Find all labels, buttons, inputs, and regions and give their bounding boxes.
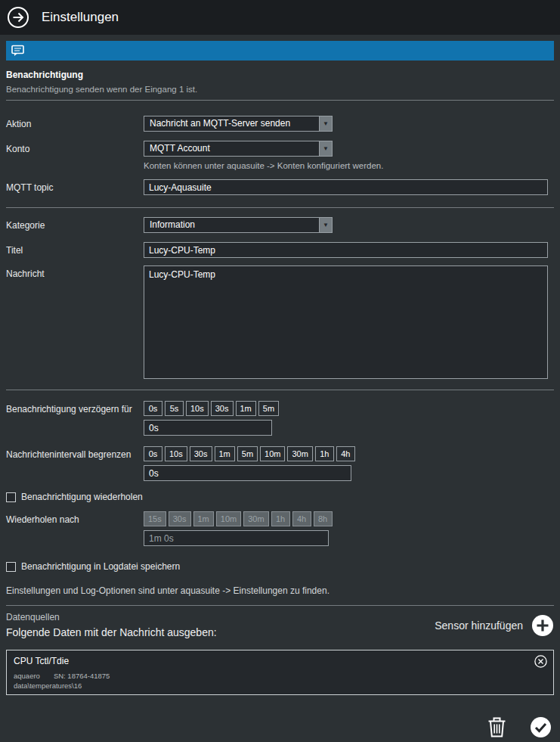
- delay-label: Benachrichtigung verzögern für: [6, 401, 144, 414]
- bottom-actions: [487, 716, 552, 738]
- repeat-option-button: 1m: [193, 511, 214, 526]
- datasource-path: data\temperatures\16: [14, 681, 546, 690]
- datasources-header: Datenquellen Folgende Daten mit der Nach…: [6, 612, 554, 638]
- kategorie-selected-value: Information: [144, 217, 319, 233]
- page-title: Einstellungen: [42, 10, 119, 25]
- mqtt-topic-input[interactable]: [144, 179, 548, 195]
- delay-value-input[interactable]: [144, 420, 272, 436]
- forward-arrow-icon[interactable]: [7, 6, 29, 29]
- log-checkbox-row: Benachrichtigung in Logdatei speichern: [6, 561, 554, 572]
- interval-row: Nachrichtenintervall begrenzen 0s 10s 30…: [6, 446, 554, 461]
- delay-option-button[interactable]: 5s: [165, 401, 184, 416]
- interval-option-button[interactable]: 30s: [190, 446, 212, 461]
- titel-input[interactable]: [144, 242, 548, 258]
- tab-notification[interactable]: [6, 41, 554, 61]
- delay-row: Benachrichtigung verzögern für 0s 5s 10s…: [6, 401, 554, 416]
- section-title: Benachrichtigung: [6, 70, 554, 80]
- kategorie-row: Kategorie Information ▼: [6, 217, 554, 233]
- repeat-after-row: Wiederholen nach 15s 30s 1m 10m 30m 1h 4…: [6, 511, 554, 526]
- delay-options: 0s 5s 10s 30s 1m 5m: [144, 401, 279, 416]
- datasources-title: Datenquellen: [6, 612, 217, 622]
- mqtt-topic-row: MQTT topic: [6, 179, 554, 195]
- chevron-down-icon[interactable]: ▼: [319, 217, 333, 233]
- section-subtitle: Benachrichtigung senden wenn der Eingang…: [6, 85, 554, 94]
- repeat-value-input: [144, 530, 329, 546]
- interval-label: Nachrichtenintervall begrenzen: [6, 446, 144, 460]
- nachricht-label: Nachricht: [6, 265, 144, 279]
- circled-x-icon: [534, 655, 547, 668]
- repeat-option-button: 30m: [243, 511, 268, 526]
- plus-icon[interactable]: [531, 614, 554, 637]
- aktion-selected-value: Nachricht an MQTT-Server senden: [144, 116, 319, 132]
- interval-option-button[interactable]: 30m: [287, 446, 312, 461]
- kategorie-select[interactable]: Information ▼: [144, 217, 333, 233]
- konto-label: Konto: [6, 141, 144, 154]
- repeat-checkbox-row: Benachrichtigung wiederholen: [6, 492, 554, 502]
- chevron-down-icon[interactable]: ▼: [319, 116, 333, 132]
- repeat-option-button: 10m: [216, 511, 241, 526]
- chevron-down-icon[interactable]: ▼: [319, 141, 333, 157]
- aktion-label: Aktion: [6, 116, 144, 129]
- log-checkbox-label: Benachrichtigung in Logdatei speichern: [21, 561, 180, 572]
- konto-hint: Konten können unter aquasuite -> Konten …: [144, 161, 554, 170]
- interval-option-button[interactable]: 5m: [237, 446, 258, 461]
- titlebar: Einstellungen: [0, 0, 560, 35]
- datasource-name: CPU Tctl/Tdie: [14, 656, 546, 666]
- interval-option-button[interactable]: 4h: [336, 446, 355, 461]
- repeat-option-button: 30s: [169, 511, 191, 526]
- confirm-button[interactable]: [530, 716, 552, 738]
- datasource-meta: aquaeroSN: 18764-41875: [14, 672, 546, 680]
- interval-option-button[interactable]: 1h: [315, 446, 334, 461]
- konto-selected-value: MQTT Account: [144, 141, 319, 157]
- divider: [6, 390, 554, 390]
- interval-option-button[interactable]: 0s: [144, 446, 162, 461]
- delay-option-button[interactable]: 5m: [258, 401, 279, 416]
- delay-option-button[interactable]: 30s: [211, 401, 234, 416]
- repeat-options: 15s 30s 1m 10m 30m 1h 4h 8h: [144, 511, 333, 526]
- kategorie-label: Kategorie: [6, 217, 144, 231]
- divider: [6, 207, 554, 208]
- repeat-option-button: 8h: [314, 511, 333, 526]
- repeat-after-label: Wiederholen nach: [6, 511, 144, 525]
- interval-option-button[interactable]: 1m: [215, 446, 235, 461]
- message-icon: [11, 45, 24, 57]
- interval-options: 0s 10s 30s 1m 5m 10m 30m 1h 4h: [144, 446, 355, 461]
- delay-option-button[interactable]: 1m: [236, 401, 256, 416]
- datasource-device: aquaero: [14, 672, 40, 680]
- divider: [6, 605, 554, 606]
- check-circle-icon: [530, 716, 552, 738]
- divider: [6, 100, 554, 101]
- datasource-serial: SN: 18764-41875: [54, 672, 110, 680]
- titel-row: Titel: [6, 242, 554, 258]
- aktion-row: Aktion Nachricht an MQTT-Server senden ▼: [6, 116, 554, 132]
- titel-label: Titel: [6, 242, 144, 256]
- interval-option-button[interactable]: 10s: [165, 446, 187, 461]
- add-sensor-button[interactable]: Sensor hinzufügen: [435, 614, 554, 638]
- konto-row: Konto MQTT Account ▼: [6, 141, 554, 157]
- interval-option-button[interactable]: 10m: [260, 446, 285, 461]
- aktion-select[interactable]: Nachricht an MQTT-Server senden ▼: [144, 116, 333, 132]
- repeat-checkbox-label: Benachrichtigung wiederholen: [21, 492, 143, 502]
- nachricht-row: Nachricht Lucy-CPU-Temp: [6, 265, 554, 379]
- repeat-option-button: 1h: [271, 511, 290, 526]
- datasource-item: CPU Tctl/Tdie aquaeroSN: 18764-41875 dat…: [6, 650, 554, 695]
- repeat-option-button: 4h: [292, 511, 311, 526]
- repeat-checkbox[interactable]: [6, 492, 16, 502]
- remove-datasource-button[interactable]: [534, 655, 547, 668]
- delay-option-button[interactable]: 10s: [186, 401, 209, 416]
- delete-button[interactable]: [487, 716, 507, 738]
- konto-select[interactable]: MQTT Account ▼: [144, 141, 333, 157]
- datasources-subtitle: Folgende Daten mit der Nachricht ausgebe…: [6, 626, 217, 638]
- repeat-option-button: 15s: [144, 511, 166, 526]
- settings-hint: Einstellungen und Log-Optionen sind unte…: [6, 585, 554, 596]
- mqtt-topic-label: MQTT topic: [6, 179, 144, 193]
- add-sensor-label: Sensor hinzufügen: [435, 619, 523, 632]
- trash-icon: [487, 716, 507, 738]
- log-checkbox[interactable]: [6, 562, 16, 572]
- interval-value-input[interactable]: [144, 465, 351, 481]
- delay-option-button[interactable]: 0s: [144, 401, 162, 416]
- nachricht-textarea[interactable]: Lucy-CPU-Temp: [144, 265, 548, 379]
